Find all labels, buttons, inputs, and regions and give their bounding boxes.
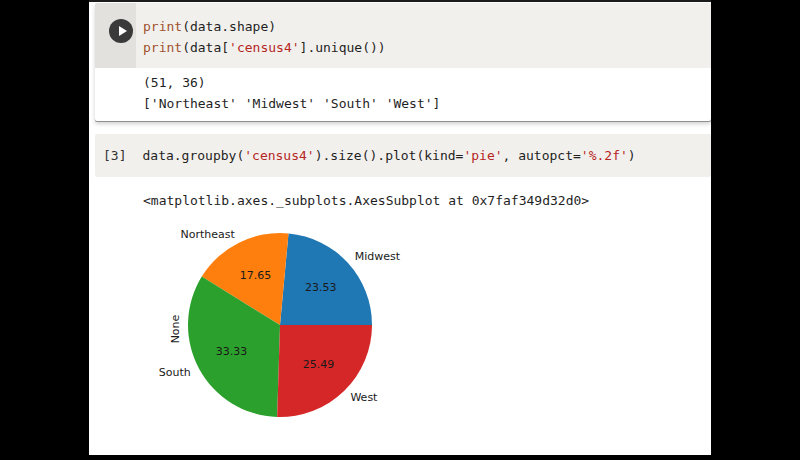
code-editor-text[interactable]: print(data.shape)print(data['census4'].u… (143, 16, 386, 58)
window-top-edge (89, 0, 711, 2)
pie-autopct-label: 25.49 (303, 358, 335, 371)
code-token: ) (628, 148, 636, 163)
code-token: print (143, 40, 182, 55)
pie-autopct-label: 33.33 (216, 345, 248, 358)
code-token: 'pie' (463, 148, 502, 163)
code-token: print (143, 19, 182, 34)
execution-count-prompt: [3] (103, 148, 126, 163)
code-token: (data[ (182, 40, 229, 55)
pie-slice-label: Northeast (181, 228, 236, 241)
code-cell-1: print(data.shape)print(data['census4'].u… (95, 3, 711, 121)
pie-autopct-label: 23.53 (305, 281, 337, 294)
code-cell-2: [3] data.groupby('census4').size().plot(… (95, 134, 711, 177)
pie-slice-label: West (350, 391, 378, 404)
code-line: print(data['census4'].unique()) (143, 37, 386, 58)
output-line: ['Northeast' 'Midwest' 'South' 'West'] (143, 93, 440, 114)
code-token: 'census4' (229, 40, 299, 55)
code-token: ].unique()) (300, 40, 386, 55)
play-icon (119, 26, 127, 36)
code-token: '%.2f' (581, 148, 628, 163)
code-line: data.groupby('census4').size().plot(kind… (142, 148, 635, 163)
code-token: 'census4' (244, 148, 314, 163)
code-token: , autopct= (503, 148, 581, 163)
run-cell-button[interactable] (109, 19, 133, 43)
code-token: data.groupby( (142, 148, 244, 163)
code-editor-text[interactable]: data.groupby('census4').size().plot(kind… (142, 148, 635, 163)
code-token: ).size().plot(kind= (315, 148, 464, 163)
pie-slice-label: Midwest (355, 250, 401, 263)
pie-slice-midwest (280, 233, 372, 325)
pie-autopct-label: 17.65 (240, 269, 272, 282)
code-token: (data.shape) (182, 19, 276, 34)
output-line: (51, 36) (143, 72, 440, 93)
cell-2-repr-output: <matplotlib.axes._subplots.AxesSubplot a… (143, 193, 589, 209)
y-axis-label: None (169, 314, 182, 343)
notebook-content: print(data.shape)print(data['census4'].u… (89, 0, 711, 455)
pie-chart: Midwest23.53Northeast17.65South33.33West… (130, 222, 450, 452)
code-line: print(data.shape) (143, 16, 386, 37)
pie-slice-label: South (159, 366, 191, 379)
cell-1-output: (51, 36)['Northeast' 'Midwest' 'South' '… (143, 72, 440, 114)
code-cell-1-editor[interactable]: print(data.shape)print(data['census4'].u… (95, 3, 711, 68)
